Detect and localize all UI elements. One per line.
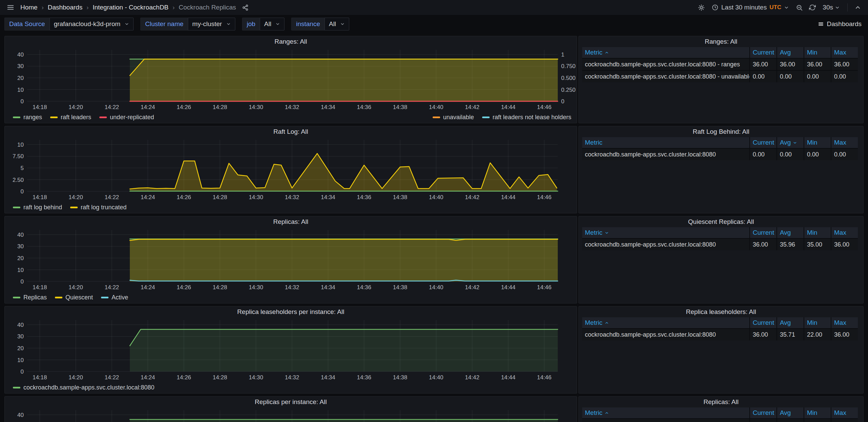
column-header-avg[interactable]: Avg bbox=[777, 137, 804, 148]
time-range-picker[interactable]: Last 30 minutes UTC bbox=[710, 2, 791, 13]
table-grid: MetricCurrentAvgMinMaxcockroachdb.sample… bbox=[582, 317, 858, 340]
value-cell: 36.00 bbox=[750, 419, 776, 422]
panel-title[interactable]: Ranges: All bbox=[579, 36, 863, 47]
filter-cluster-select[interactable]: my-cluster bbox=[188, 18, 235, 30]
column-header-current[interactable]: Current bbox=[750, 227, 776, 238]
share-icon[interactable] bbox=[241, 3, 250, 12]
panel-title[interactable]: Raft Log: All bbox=[5, 126, 577, 137]
svg-text:40: 40 bbox=[17, 322, 24, 328]
column-header-label: Max bbox=[834, 229, 846, 236]
chart-plot-area[interactable]: 14:1814:2014:2214:2414:2614:2814:3014:32… bbox=[5, 47, 577, 111]
chart-plot-area[interactable]: 14:1814:2014:2214:2414:2614:2814:3014:32… bbox=[5, 137, 577, 202]
legend-item[interactable]: raft log behind bbox=[13, 204, 62, 211]
column-header-avg[interactable]: Avg bbox=[777, 227, 804, 238]
column-header-metric[interactable]: Metric bbox=[582, 317, 749, 328]
chart-plot-area[interactable]: 14:1814:2014:2214:2414:2614:2814:3014:32… bbox=[5, 317, 577, 382]
menu-icon[interactable] bbox=[5, 2, 16, 13]
legend-item[interactable]: raft leaders not lease holders bbox=[482, 114, 571, 121]
column-header-current[interactable]: Current bbox=[750, 137, 776, 148]
column-header-min[interactable]: Min bbox=[804, 317, 831, 328]
column-header-metric[interactable]: Metric bbox=[582, 407, 749, 418]
stats-table: MetricCurrentAvgMinMaxcockroachdb.sample… bbox=[579, 47, 863, 82]
filter-instance: instance All bbox=[291, 18, 349, 30]
legend-group: cockroachdb.sample-apps.svc.cluster.loca… bbox=[13, 384, 154, 391]
panel-title[interactable]: Replica leaseholders: All bbox=[579, 307, 863, 317]
column-header-metric[interactable]: Metric bbox=[582, 47, 749, 58]
column-header-label: Avg bbox=[780, 49, 791, 56]
svg-text:14:34: 14:34 bbox=[321, 284, 335, 291]
column-header-current[interactable]: Current bbox=[750, 407, 776, 418]
column-header-max[interactable]: Max bbox=[831, 47, 858, 58]
svg-text:10: 10 bbox=[17, 87, 24, 93]
svg-text:14:40: 14:40 bbox=[429, 194, 443, 201]
chart-canvas[interactable]: 14:1814:2014:2214:2414:2614:2814:3014:32… bbox=[5, 47, 577, 111]
chevron-down-icon bbox=[124, 22, 129, 26]
column-header-avg[interactable]: Avg bbox=[777, 407, 804, 418]
column-header-min[interactable]: Min bbox=[804, 407, 831, 418]
panel-title[interactable]: Quiescent Replicas: All bbox=[579, 216, 863, 227]
breadcrumb-home[interactable]: Home bbox=[20, 4, 38, 11]
panel-title[interactable]: Replicas: All bbox=[579, 397, 863, 407]
zoom-out-icon[interactable] bbox=[794, 3, 804, 13]
column-header-max[interactable]: Max bbox=[831, 227, 858, 238]
panel-title[interactable]: Replicas per instance: All bbox=[5, 397, 577, 407]
legend-item[interactable]: cockroachdb.sample-apps.svc.cluster.loca… bbox=[13, 384, 154, 391]
refresh-icon[interactable] bbox=[808, 3, 817, 12]
svg-text:14:30: 14:30 bbox=[249, 194, 263, 201]
chart-plot-area[interactable]: 14:1814:2014:2214:2414:2614:2814:3014:32… bbox=[5, 227, 577, 292]
panel-title[interactable]: Ranges: All bbox=[5, 36, 577, 47]
value-cell: 36.00 bbox=[831, 329, 858, 340]
legend-item[interactable]: ranges bbox=[13, 114, 42, 121]
panel-raft-log-behind-table: Raft Log Behind: All MetricCurrentAvgMin… bbox=[578, 126, 864, 213]
panel-title[interactable]: Replicas: All bbox=[5, 216, 577, 227]
column-header-max[interactable]: Max bbox=[831, 317, 858, 328]
value-cell: 35.71 bbox=[777, 329, 804, 340]
filter-instance-select[interactable]: All bbox=[324, 18, 349, 30]
stats-table: MetricCurrentAvgMinMaxcockroachdb.sample… bbox=[579, 317, 863, 340]
value-cell: 36.00 bbox=[750, 239, 776, 250]
column-header-current[interactable]: Current bbox=[750, 47, 776, 58]
column-header-label: Min bbox=[807, 409, 817, 417]
dashboard-settings-icon[interactable] bbox=[696, 3, 706, 13]
value-cell: 36.00 bbox=[750, 59, 776, 70]
legend-item[interactable]: Active bbox=[101, 294, 128, 301]
chart-canvas[interactable]: 14:1814:2014:2214:2414:2614:2814:3014:32… bbox=[5, 407, 577, 422]
column-header-label: Avg bbox=[780, 229, 791, 236]
breadcrumb-folder[interactable]: Integration - CockroachDB bbox=[93, 4, 169, 11]
dashboards-button[interactable]: Dashboards bbox=[816, 20, 864, 28]
svg-text:14:28: 14:28 bbox=[213, 374, 227, 381]
chart-plot-area[interactable]: 14:1814:2014:2214:2414:2614:2814:3014:32… bbox=[5, 407, 577, 422]
column-header-avg[interactable]: Avg bbox=[777, 47, 804, 58]
filter-job-select[interactable]: All bbox=[260, 18, 284, 30]
column-header-current[interactable]: Current bbox=[750, 317, 776, 328]
column-header-label: Max bbox=[834, 139, 846, 146]
chart-canvas[interactable]: 14:1814:2014:2214:2414:2614:2814:3014:32… bbox=[5, 227, 577, 292]
column-header-metric[interactable]: Metric bbox=[582, 137, 749, 148]
column-header-metric[interactable]: Metric bbox=[582, 227, 749, 238]
column-header-max[interactable]: Max bbox=[831, 407, 858, 418]
legend-item[interactable]: raft leaders bbox=[50, 114, 91, 121]
collapse-chevron-up-icon[interactable] bbox=[853, 3, 863, 12]
breadcrumb-dashboards[interactable]: Dashboards bbox=[48, 4, 82, 11]
legend-item[interactable]: under-replicated bbox=[99, 114, 154, 121]
column-header-min[interactable]: Min bbox=[804, 47, 831, 58]
refresh-interval-picker[interactable]: 30s bbox=[821, 2, 842, 13]
panel-title[interactable]: Replica leaseholders per instance: All bbox=[5, 307, 577, 317]
column-header-avg[interactable]: Avg bbox=[777, 317, 804, 328]
svg-text:0.500: 0.500 bbox=[561, 75, 576, 81]
column-header-min[interactable]: Min bbox=[804, 137, 831, 148]
legend-item[interactable]: unavailable bbox=[433, 114, 474, 121]
breadcrumb-separator: › bbox=[86, 4, 88, 11]
legend-item[interactable]: raft log truncated bbox=[70, 204, 126, 211]
chart-canvas[interactable]: 14:1814:2014:2214:2414:2614:2814:3014:32… bbox=[5, 137, 577, 202]
filter-datasource-select[interactable]: grafanacloud-k3d-prom bbox=[50, 18, 134, 30]
legend-label: raft log behind bbox=[23, 204, 62, 211]
legend-item[interactable]: Quiescent bbox=[55, 294, 93, 301]
column-header-min[interactable]: Min bbox=[804, 227, 831, 238]
sort-desc-icon bbox=[605, 231, 609, 235]
column-header-max[interactable]: Max bbox=[831, 137, 858, 148]
panel-title[interactable]: Raft Log Behind: All bbox=[579, 126, 863, 137]
svg-text:14:30: 14:30 bbox=[249, 104, 263, 110]
chart-canvas[interactable]: 14:1814:2014:2214:2414:2614:2814:3014:32… bbox=[5, 317, 577, 382]
legend-item[interactable]: Replicas bbox=[13, 294, 47, 301]
